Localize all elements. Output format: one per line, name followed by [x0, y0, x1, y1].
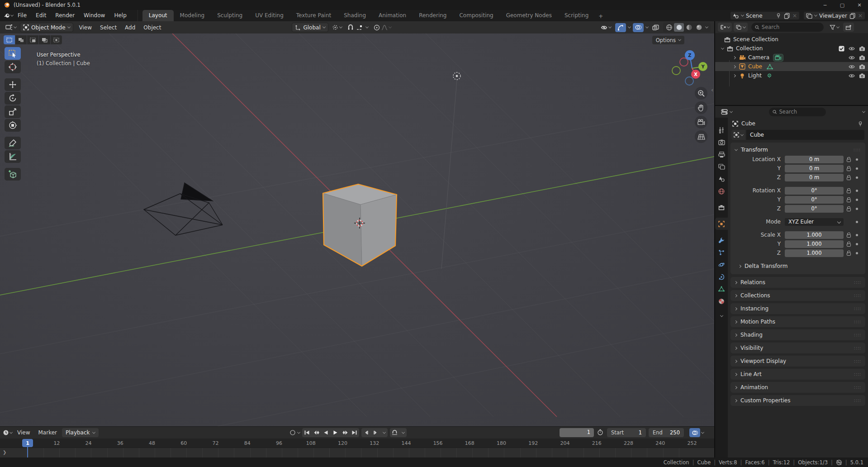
proportional-editing-toggle[interactable] [372, 23, 393, 32]
tab-modifiers[interactable] [715, 234, 728, 246]
hide-eye-icon[interactable] [849, 46, 855, 51]
camera-data-icon[interactable] [773, 54, 783, 62]
chevron-down-icon[interactable] [862, 110, 865, 113]
next-keyframe-button[interactable] [340, 428, 350, 437]
workspace-tab[interactable]: Scripting [558, 10, 595, 21]
lock-icon[interactable] [844, 197, 854, 202]
step-back-button[interactable] [361, 428, 371, 437]
object-name-input[interactable]: Cube [746, 130, 864, 140]
render-visibility-icon[interactable] [859, 55, 865, 61]
axis-neg-z-ball[interactable] [685, 77, 693, 85]
viewlayer-selector[interactable]: ViewLayer ✕ [803, 11, 865, 20]
camera-view-icon[interactable] [695, 116, 707, 129]
viewport-menu-item[interactable]: View [75, 24, 96, 31]
collapsed-panel[interactable]: Shading :::: [730, 329, 865, 340]
select-extend-button[interactable] [15, 35, 27, 44]
camera-object[interactable] [144, 183, 223, 235]
snap-toggle[interactable] [346, 23, 370, 32]
lock-icon[interactable] [844, 233, 854, 238]
viewport-canvas[interactable]: User Perspective (1) Collection | Cube O… [0, 33, 714, 426]
lock-icon[interactable] [844, 242, 854, 247]
row-cube[interactable]: Cube [715, 62, 868, 71]
play-button[interactable] [331, 428, 340, 437]
select-subtract-button[interactable] [27, 35, 38, 44]
close-icon[interactable]: ✕ [792, 13, 797, 19]
close-button[interactable]: ✕ [851, 0, 868, 10]
topbar-menu-item[interactable]: Help [109, 10, 131, 21]
gizmos-toggle[interactable] [615, 23, 626, 32]
editor-type-button[interactable] [4, 23, 18, 32]
property-value-field[interactable]: 1.000 [785, 240, 844, 248]
row-light[interactable]: Light [715, 71, 868, 80]
light-object[interactable] [453, 72, 460, 80]
row-scene-collection[interactable]: Scene Collection [715, 35, 868, 44]
timeline-menu-item[interactable]: Marker [34, 429, 61, 436]
breadcrumb-object-name[interactable]: Cube [741, 120, 755, 127]
workspace-tab[interactable]: Geometry Nodes [500, 10, 558, 21]
add-workspace-button[interactable]: + [595, 11, 607, 21]
tool-transform[interactable] [5, 119, 21, 132]
select-invert-button[interactable] [39, 35, 50, 44]
new-collection-button[interactable] [843, 23, 854, 32]
search-input[interactable] [762, 24, 820, 30]
loop-playback-icon[interactable] [390, 428, 399, 437]
lock-icon[interactable] [844, 188, 854, 193]
zoom-icon[interactable] [695, 87, 707, 100]
pan-hand-icon[interactable] [695, 101, 707, 114]
playback-menu[interactable]: Playback [62, 428, 99, 437]
properties-editor-selector[interactable] [721, 109, 732, 115]
shading-material-button[interactable] [684, 23, 694, 32]
collapsed-panel[interactable]: Visibility :::: [730, 343, 865, 353]
render-visibility-icon[interactable] [859, 64, 865, 70]
property-value-field[interactable]: 0° [785, 205, 844, 213]
timeline-overlay-toggle[interactable] [689, 428, 704, 437]
prev-keyframe-button[interactable] [312, 428, 321, 437]
hide-eye-icon[interactable] [849, 64, 855, 69]
select-set-button[interactable] [4, 35, 15, 44]
chevron-down-icon[interactable] [645, 25, 649, 29]
property-value-field[interactable]: 0° [785, 196, 844, 204]
collapsed-panel[interactable]: Relations :::: [730, 277, 865, 288]
auto-keying-toggle[interactable] [289, 429, 300, 436]
tab-scene[interactable] [715, 173, 728, 185]
filter-dropdown[interactable] [827, 23, 841, 32]
tool-select-box[interactable] [5, 47, 21, 60]
scene-selector[interactable]: Scene ✕ [730, 11, 800, 20]
mesh-data-icon[interactable] [767, 64, 773, 70]
animate-dot[interactable] [856, 167, 858, 170]
collapsed-panel[interactable]: Instancing :::: [730, 303, 865, 314]
tool-annotate[interactable] [5, 137, 21, 149]
navigation-gizmo[interactable]: Z Y X [665, 40, 714, 94]
pin-icon[interactable] [775, 13, 782, 19]
hide-eye-icon[interactable] [849, 73, 855, 78]
collapsed-panel[interactable]: Viewport Display :::: [730, 356, 865, 367]
current-frame-field[interactable]: 1 [560, 428, 594, 437]
blender-menu-icon[interactable] [4, 13, 10, 19]
tool-scale[interactable] [5, 105, 21, 118]
property-value-field[interactable]: 1.000 [785, 231, 844, 239]
row-collection[interactable]: Collection [715, 44, 868, 53]
collapsed-panel[interactable]: Custom Properties :::: [730, 395, 865, 406]
frame-end-field[interactable]: End250 [649, 428, 684, 437]
play-reverse-button[interactable] [321, 428, 331, 437]
shading-solid-button[interactable] [674, 23, 684, 32]
timeline-editor-icon[interactable] [3, 430, 9, 436]
pin-icon[interactable] [857, 121, 863, 127]
copy-icon[interactable] [784, 13, 790, 19]
collapsed-panel[interactable]: Motion Paths :::: [730, 316, 865, 327]
transform-panel-header[interactable]: Transform :::: [730, 145, 865, 155]
chevron-down-icon[interactable] [399, 428, 407, 437]
overlays-toggle[interactable] [633, 23, 644, 32]
timeline-menu-item[interactable]: View [13, 429, 34, 436]
outliner-search[interactable] [751, 23, 824, 32]
channel-expand-arrow[interactable]: ❯ [3, 450, 6, 455]
tab-render[interactable] [715, 136, 728, 148]
tab-object-data[interactable] [715, 283, 728, 295]
workspace-tab[interactable]: UV Editing [249, 10, 290, 21]
topbar-menu-item[interactable]: Window [79, 10, 109, 21]
animate-dot[interactable] [856, 208, 858, 210]
close-icon[interactable]: ✕ [858, 13, 863, 19]
timeline-ruler[interactable]: 1224364860728496108120132144156168180192… [0, 438, 714, 448]
workspace-tab[interactable]: Modeling [174, 10, 211, 21]
lock-icon[interactable] [844, 206, 854, 211]
